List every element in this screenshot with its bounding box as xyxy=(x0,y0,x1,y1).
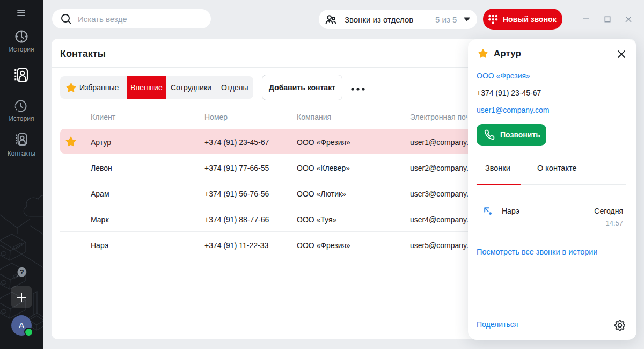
svg-text:?: ? xyxy=(20,268,24,276)
